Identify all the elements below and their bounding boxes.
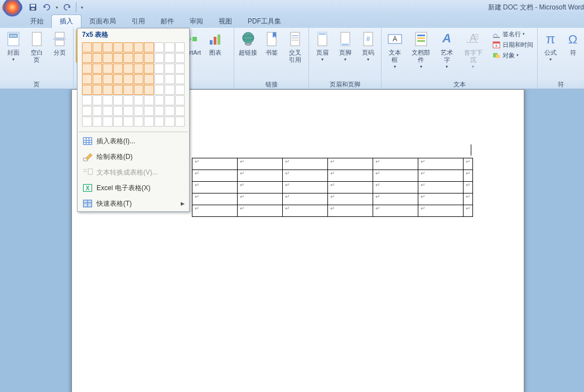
grid-cell[interactable] (113, 117, 123, 127)
table-cell[interactable]: ↵ (328, 193, 373, 205)
signature-button[interactable]: 签名行▾ (490, 29, 535, 39)
grid-cell[interactable] (82, 85, 92, 95)
table-cell[interactable]: ↵ (328, 158, 373, 170)
grid-cell[interactable] (134, 117, 144, 127)
grid-cell[interactable] (82, 95, 92, 105)
table-cell[interactable]: ↵ (464, 182, 473, 193)
grid-cell[interactable] (175, 95, 185, 105)
grid-cell[interactable] (144, 95, 154, 105)
table-cell[interactable]: ↵ (283, 205, 328, 217)
table-cell[interactable]: ↵ (238, 205, 283, 217)
grid-cell[interactable] (155, 53, 165, 63)
grid-cell[interactable] (175, 117, 185, 127)
grid-cell[interactable] (144, 106, 154, 116)
grid-cell[interactable] (103, 64, 113, 74)
grid-cell[interactable] (113, 95, 123, 105)
grid-cell[interactable] (82, 74, 92, 84)
dropcap-button[interactable]: A 首字下沉 ▾ (459, 29, 487, 70)
object-button[interactable]: 对象▾ (490, 50, 535, 60)
table-cell[interactable]: ↵ (373, 205, 418, 217)
grid-cell[interactable] (134, 64, 144, 74)
grid-cell[interactable] (123, 106, 133, 116)
grid-cell[interactable] (113, 42, 123, 52)
symbol-button[interactable]: Ω 符 (562, 29, 583, 57)
quick-tables-item[interactable]: 快速表格(T) ▶ (78, 196, 189, 211)
grid-cell[interactable] (175, 42, 185, 52)
insert-table-item[interactable]: 插入表格(I)... (78, 133, 189, 149)
grid-cell[interactable] (103, 42, 113, 52)
table-cell[interactable]: ↵ (238, 158, 283, 170)
grid-cell[interactable] (93, 53, 103, 63)
table-cell[interactable]: ↵ (283, 170, 328, 182)
table-cell[interactable]: ↵ (418, 205, 464, 217)
grid-cell[interactable] (134, 95, 144, 105)
grid-cell[interactable] (175, 64, 185, 74)
grid-cell[interactable] (134, 53, 144, 63)
grid-cell[interactable] (123, 42, 133, 52)
grid-cell[interactable] (82, 53, 92, 63)
redo-button[interactable] (61, 1, 74, 13)
tab-review[interactable]: 审阅 (182, 15, 211, 28)
grid-cell[interactable] (165, 117, 175, 127)
footer-button[interactable]: 页脚 ▾ (334, 29, 356, 63)
grid-cell[interactable] (144, 42, 154, 52)
undo-dropdown[interactable]: ▾ (54, 2, 60, 13)
grid-cell[interactable] (82, 42, 92, 52)
quickparts-button[interactable]: 文档部件 ▾ (407, 29, 435, 70)
grid-cell[interactable] (155, 42, 165, 52)
grid-cell[interactable] (155, 95, 165, 105)
tab-view[interactable]: 视图 (211, 15, 240, 28)
grid-cell[interactable] (155, 64, 165, 74)
table-cell[interactable]: ↵ (464, 158, 473, 170)
grid-cell[interactable] (123, 95, 133, 105)
tab-home[interactable]: 开始 (22, 15, 51, 28)
grid-cell[interactable] (155, 117, 165, 127)
table-cell[interactable]: ↵ (464, 193, 473, 205)
table-cell[interactable]: ↵ (192, 158, 238, 170)
save-button[interactable] (27, 1, 39, 13)
grid-cell[interactable] (155, 74, 165, 84)
grid-cell[interactable] (155, 106, 165, 116)
undo-button[interactable] (40, 1, 52, 13)
document-table[interactable]: ↵↵↵↵↵↵↵↵↵↵↵↵↵↵↵↵↵↵↵↵↵↵↵↵↵↵↵↵↵↵↵↵↵↵↵ (192, 158, 473, 217)
grid-cell[interactable] (93, 85, 103, 95)
grid-cell[interactable] (103, 117, 113, 127)
grid-cell[interactable] (165, 53, 175, 63)
grid-cell[interactable] (144, 85, 154, 95)
tab-layout[interactable]: 页面布局 (81, 15, 124, 28)
grid-cell[interactable] (134, 42, 144, 52)
grid-cell[interactable] (123, 74, 133, 84)
table-cell[interactable]: ↵ (328, 182, 373, 193)
qat-customize-dropdown[interactable]: ▾ (79, 2, 85, 13)
table-insert-grid[interactable] (78, 41, 189, 130)
table-cell[interactable]: ↵ (192, 193, 238, 205)
grid-cell[interactable] (123, 53, 133, 63)
table-cell[interactable]: ↵ (192, 170, 238, 182)
grid-cell[interactable] (175, 85, 185, 95)
grid-cell[interactable] (165, 85, 175, 95)
textbox-button[interactable]: A 文本框 ▾ (384, 29, 406, 70)
equation-button[interactable]: π 公式 ▾ (540, 29, 561, 63)
grid-cell[interactable] (103, 74, 113, 84)
grid-cell[interactable] (134, 74, 144, 84)
grid-cell[interactable] (123, 117, 133, 127)
page-break-button[interactable]: 分页 (49, 29, 71, 57)
grid-cell[interactable] (165, 74, 175, 84)
grid-cell[interactable] (165, 106, 175, 116)
grid-cell[interactable] (93, 117, 103, 127)
grid-cell[interactable] (144, 53, 154, 63)
bookmark-button[interactable]: 书签 (260, 29, 283, 57)
grid-cell[interactable] (103, 95, 113, 105)
grid-cell[interactable] (113, 64, 123, 74)
grid-cell[interactable] (93, 106, 103, 116)
draw-table-item[interactable]: 绘制表格(D) (78, 149, 189, 164)
office-button[interactable] (2, 0, 22, 14)
blank-page-button[interactable]: 空白页 (25, 29, 47, 65)
grid-cell[interactable] (82, 106, 92, 116)
table-cell[interactable]: ↵ (238, 193, 283, 205)
grid-cell[interactable] (165, 64, 175, 74)
grid-cell[interactable] (155, 85, 165, 95)
grid-cell[interactable] (175, 106, 185, 116)
table-cell[interactable]: ↵ (418, 170, 464, 182)
cover-page-button[interactable]: MORE 封面 ▾ (2, 29, 24, 63)
